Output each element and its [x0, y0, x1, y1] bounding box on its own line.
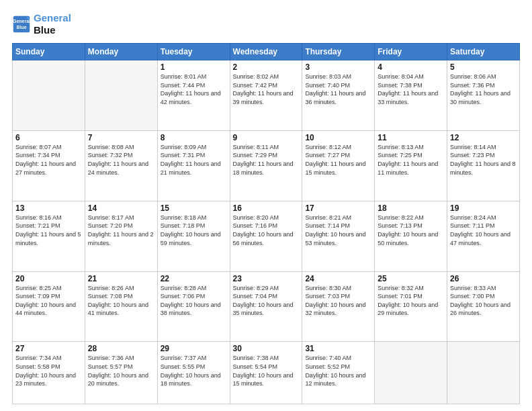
day-info: Sunrise: 8:17 AMSunset: 7:20 PMDaylight:…: [88, 214, 154, 247]
day-number: 29: [161, 344, 227, 353]
day-info: Sunrise: 8:26 AMSunset: 7:08 PMDaylight:…: [88, 284, 154, 318]
svg-text:Blue: Blue: [16, 25, 26, 30]
day-number: 17: [305, 203, 371, 213]
day-info: Sunrise: 8:33 AMSunset: 7:00 PMDaylight:…: [450, 284, 517, 318]
day-number: 31: [305, 344, 371, 353]
calendar-cell: 18Sunrise: 8:22 AMSunset: 7:13 PMDayligh…: [375, 201, 447, 271]
day-number: 5: [450, 62, 517, 72]
day-info: Sunrise: 8:04 AMSunset: 7:38 PMDaylight:…: [378, 73, 444, 106]
calendar-cell: 4Sunrise: 8:04 AMSunset: 7:38 PMDaylight…: [375, 60, 447, 131]
day-info: Sunrise: 8:08 AMSunset: 7:32 PMDaylight:…: [88, 143, 154, 177]
logo: General Blue General Blue: [12, 12, 71, 36]
day-number: 30: [233, 344, 300, 353]
calendar-cell: 21Sunrise: 8:26 AMSunset: 7:08 PMDayligh…: [85, 271, 157, 342]
day-info: Sunrise: 8:21 AMSunset: 7:14 PMDaylight:…: [305, 214, 371, 247]
day-number: 13: [15, 203, 82, 213]
day-info: Sunrise: 8:32 AMSunset: 7:01 PMDaylight:…: [378, 284, 444, 318]
day-info: Sunrise: 8:20 AMSunset: 7:16 PMDaylight:…: [233, 214, 300, 247]
calendar-cell: 14Sunrise: 8:17 AMSunset: 7:20 PMDayligh…: [85, 201, 157, 271]
calendar-cell: 27Sunrise: 7:34 AMSunset: 5:58 PMDayligh…: [13, 342, 85, 404]
calendar-table: SundayMondayTuesdayWednesdayThursdayFrid…: [12, 43, 520, 404]
calendar-cell: 6Sunrise: 8:07 AMSunset: 7:34 PMDaylight…: [13, 130, 85, 201]
day-number: 7: [88, 133, 154, 142]
week-row-2: 6Sunrise: 8:07 AMSunset: 7:34 PMDaylight…: [13, 130, 520, 201]
day-info: Sunrise: 8:03 AMSunset: 7:40 PMDaylight:…: [305, 73, 371, 106]
calendar-cell: 31Sunrise: 7:40 AMSunset: 5:52 PMDayligh…: [302, 342, 375, 404]
day-info: Sunrise: 8:02 AMSunset: 7:42 PMDaylight:…: [233, 73, 300, 106]
calendar-cell: 16Sunrise: 8:20 AMSunset: 7:16 PMDayligh…: [230, 201, 302, 271]
day-number: 9: [233, 133, 300, 142]
day-info: Sunrise: 8:01 AMSunset: 7:44 PMDaylight:…: [161, 73, 227, 106]
day-number: 20: [15, 274, 82, 283]
weekday-header-saturday: Saturday: [447, 44, 520, 60]
day-number: 11: [378, 133, 444, 142]
calendar-cell: 17Sunrise: 8:21 AMSunset: 7:14 PMDayligh…: [302, 201, 375, 271]
calendar-cell: 2Sunrise: 8:02 AMSunset: 7:42 PMDaylight…: [230, 60, 302, 131]
calendar-cell: [447, 342, 520, 404]
day-number: 12: [450, 133, 517, 142]
day-number: 2: [233, 62, 300, 72]
day-info: Sunrise: 8:18 AMSunset: 7:18 PMDaylight:…: [161, 214, 227, 247]
day-info: Sunrise: 8:16 AMSunset: 7:21 PMDaylight:…: [15, 214, 82, 247]
day-number: 21: [88, 274, 154, 283]
day-info: Sunrise: 8:25 AMSunset: 7:09 PMDaylight:…: [15, 284, 82, 318]
day-info: Sunrise: 8:14 AMSunset: 7:23 PMDaylight:…: [450, 143, 517, 177]
day-number: 24: [305, 274, 371, 283]
day-number: 19: [450, 203, 517, 213]
day-info: Sunrise: 8:11 AMSunset: 7:29 PMDaylight:…: [233, 143, 300, 177]
weekday-header-tuesday: Tuesday: [157, 44, 230, 60]
calendar-cell: 8Sunrise: 8:09 AMSunset: 7:31 PMDaylight…: [157, 130, 230, 201]
logo-text: General Blue: [34, 12, 71, 36]
week-row-5: 27Sunrise: 7:34 AMSunset: 5:58 PMDayligh…: [13, 342, 520, 404]
weekday-header-monday: Monday: [85, 44, 157, 60]
day-info: Sunrise: 8:22 AMSunset: 7:13 PMDaylight:…: [378, 214, 444, 247]
day-number: 1: [161, 62, 227, 72]
day-number: 6: [15, 133, 82, 142]
week-row-4: 20Sunrise: 8:25 AMSunset: 7:09 PMDayligh…: [13, 271, 520, 342]
page: General Blue General Blue SundayMondayTu…: [0, 0, 532, 411]
calendar-cell: 22Sunrise: 8:28 AMSunset: 7:06 PMDayligh…: [157, 271, 230, 342]
day-info: Sunrise: 8:07 AMSunset: 7:34 PMDaylight:…: [15, 143, 82, 177]
day-number: 26: [450, 274, 517, 283]
logo-icon: General Blue: [12, 15, 31, 34]
calendar-cell: 24Sunrise: 8:30 AMSunset: 7:03 PMDayligh…: [302, 271, 375, 342]
day-number: 23: [233, 274, 300, 283]
calendar-cell: 19Sunrise: 8:24 AMSunset: 7:11 PMDayligh…: [447, 201, 520, 271]
calendar-cell: 12Sunrise: 8:14 AMSunset: 7:23 PMDayligh…: [447, 130, 520, 201]
calendar-cell: [85, 60, 157, 131]
day-info: Sunrise: 7:37 AMSunset: 5:55 PMDaylight:…: [161, 354, 227, 387]
day-info: Sunrise: 8:30 AMSunset: 7:03 PMDaylight:…: [305, 284, 371, 318]
calendar-cell: 11Sunrise: 8:13 AMSunset: 7:25 PMDayligh…: [375, 130, 447, 201]
day-info: Sunrise: 7:34 AMSunset: 5:58 PMDaylight:…: [15, 354, 82, 387]
weekday-header-thursday: Thursday: [302, 44, 375, 60]
weekday-header-sunday: Sunday: [13, 44, 85, 60]
calendar-cell: 13Sunrise: 8:16 AMSunset: 7:21 PMDayligh…: [13, 201, 85, 271]
week-row-3: 13Sunrise: 8:16 AMSunset: 7:21 PMDayligh…: [13, 201, 520, 271]
calendar-cell: 1Sunrise: 8:01 AMSunset: 7:44 PMDaylight…: [157, 60, 230, 131]
calendar-cell: 26Sunrise: 8:33 AMSunset: 7:00 PMDayligh…: [447, 271, 520, 342]
weekday-header-row: SundayMondayTuesdayWednesdayThursdayFrid…: [13, 44, 520, 60]
day-info: Sunrise: 7:40 AMSunset: 5:52 PMDaylight:…: [305, 354, 371, 387]
day-number: 10: [305, 133, 371, 142]
weekday-header-friday: Friday: [375, 44, 447, 60]
day-number: 22: [161, 274, 227, 283]
day-info: Sunrise: 8:06 AMSunset: 7:36 PMDaylight:…: [450, 73, 517, 106]
day-info: Sunrise: 7:36 AMSunset: 5:57 PMDaylight:…: [88, 354, 154, 387]
day-info: Sunrise: 8:29 AMSunset: 7:04 PMDaylight:…: [233, 284, 300, 318]
calendar-cell: 9Sunrise: 8:11 AMSunset: 7:29 PMDaylight…: [230, 130, 302, 201]
day-number: 18: [378, 203, 444, 213]
calendar-cell: 30Sunrise: 7:38 AMSunset: 5:54 PMDayligh…: [230, 342, 302, 404]
day-number: 14: [88, 203, 154, 213]
calendar-cell: [13, 60, 85, 131]
calendar-cell: 29Sunrise: 7:37 AMSunset: 5:55 PMDayligh…: [157, 342, 230, 404]
header: General Blue General Blue: [12, 12, 520, 36]
day-info: Sunrise: 8:28 AMSunset: 7:06 PMDaylight:…: [161, 284, 227, 318]
calendar-cell: 15Sunrise: 8:18 AMSunset: 7:18 PMDayligh…: [157, 201, 230, 271]
day-number: 8: [161, 133, 227, 142]
calendar-cell: [375, 342, 447, 404]
day-number: 27: [15, 344, 82, 353]
day-number: 3: [305, 62, 371, 72]
calendar-cell: 10Sunrise: 8:12 AMSunset: 7:27 PMDayligh…: [302, 130, 375, 201]
day-number: 25: [378, 274, 444, 283]
calendar-cell: 5Sunrise: 8:06 AMSunset: 7:36 PMDaylight…: [447, 60, 520, 131]
